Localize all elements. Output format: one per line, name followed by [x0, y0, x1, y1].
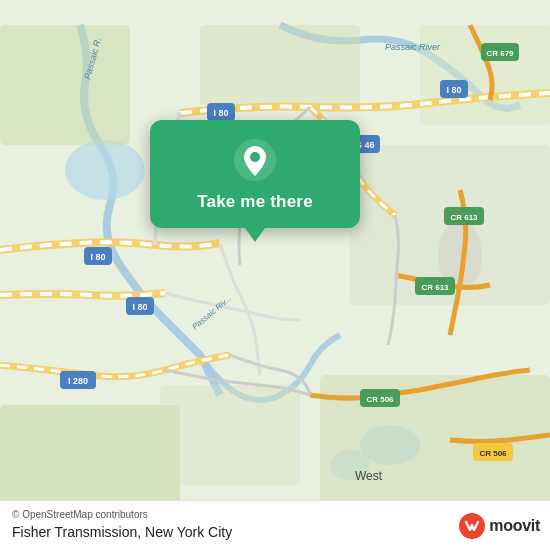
take-me-there-button[interactable]: Take me there: [197, 192, 313, 212]
svg-rect-5: [0, 25, 130, 145]
svg-text:I 80: I 80: [446, 85, 461, 95]
svg-text:CR 613: CR 613: [421, 283, 449, 292]
moovit-brand-text: moovit: [489, 517, 540, 535]
svg-text:I 80: I 80: [213, 108, 228, 118]
svg-text:West: West: [355, 469, 383, 483]
moovit-logo-icon: [458, 512, 486, 540]
svg-rect-11: [420, 25, 550, 125]
svg-text:Passaic River: Passaic River: [385, 42, 441, 52]
moovit-logo: moovit: [458, 512, 540, 540]
map-background: I 80 I 80 US 46 CR 679 I 80 I 80 I 280 C…: [0, 0, 550, 550]
svg-text:I 80: I 80: [132, 302, 147, 312]
svg-text:CR 506: CR 506: [366, 395, 394, 404]
svg-point-1: [65, 140, 145, 200]
svg-point-39: [250, 152, 260, 162]
svg-text:CR 679: CR 679: [486, 49, 514, 58]
svg-text:I 280: I 280: [68, 376, 88, 386]
location-pin-icon: [233, 138, 277, 182]
svg-rect-9: [160, 385, 300, 485]
svg-rect-10: [200, 25, 360, 105]
svg-text:CR 613: CR 613: [450, 213, 478, 222]
popup-card[interactable]: Take me there: [150, 120, 360, 228]
map-container: I 80 I 80 US 46 CR 679 I 80 I 80 I 280 C…: [0, 0, 550, 550]
svg-text:CR 506: CR 506: [479, 449, 507, 458]
svg-text:I 80: I 80: [90, 252, 105, 262]
